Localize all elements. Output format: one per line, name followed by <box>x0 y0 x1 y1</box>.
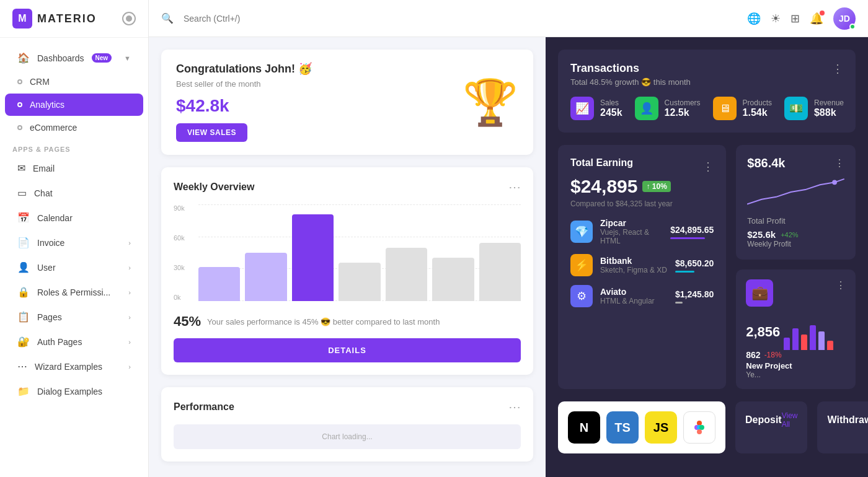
new-project-year-label: Ye... <box>746 370 846 379</box>
sidebar-item-analytics[interactable]: Analytics <box>5 94 143 116</box>
total-profit-chart-card: $86.4k ⋮ <box>736 145 856 260</box>
apps-pages-label: APPS & PAGES <box>0 139 148 155</box>
congrats-title: Congratulations John! 🥳 <box>176 62 518 76</box>
target-icon[interactable] <box>122 12 136 25</box>
view-sales-button[interactable]: VIEW SALES <box>176 123 247 142</box>
sidebar-item-invoice[interactable]: 📄 Invoice › <box>5 230 143 255</box>
logo-icon: M <box>12 9 32 28</box>
bitbank-name: Bitbank <box>600 256 668 266</box>
tech-logos-card: N TS JS <box>558 401 725 453</box>
nextjs-logo: N <box>568 411 600 444</box>
chart-bar <box>479 243 521 301</box>
theme-icon[interactable]: ☀ <box>771 12 781 25</box>
bitbank-logo: ⚡ <box>570 254 593 276</box>
total-earning-card: Total Earning ⋮ $24,895 ↑ 10% Compared t… <box>558 145 726 389</box>
weekly-menu-icon[interactable]: ⋯ <box>508 180 521 195</box>
sidebar-item-label: Dashboards <box>37 53 84 63</box>
weekly-overview-card: Weekly Overview ⋯ 90k 60k 30k 0k <box>161 167 533 375</box>
zipcar-logo: 💎 <box>570 221 593 243</box>
customers-label: Customers <box>665 98 701 107</box>
revenue-icon: 💵 <box>789 102 803 115</box>
transactions-grid: 📈 Sales 245k 👤 Customers 12. <box>570 97 843 120</box>
new-badge: New <box>92 53 112 63</box>
sidebar-item-wizard[interactable]: ⋯ Wizard Examples › <box>5 354 143 379</box>
avatar-status <box>849 24 856 30</box>
avatar[interactable]: JD <box>833 7 856 30</box>
search-input[interactable] <box>184 14 737 24</box>
performance-menu-icon[interactable]: ⋯ <box>508 400 521 414</box>
earning-list: 💎 Zipcar Vuejs, React & HTML $24,895.65 <box>570 218 714 307</box>
weekly-profit-change: +42% <box>781 231 798 239</box>
pages-icon: 📋 <box>17 311 30 323</box>
performance-placeholder: Chart loading... <box>322 432 372 441</box>
y-label: 90k <box>174 204 185 212</box>
sales-icon-box: 📈 <box>570 97 594 120</box>
email-icon: ✉ <box>17 162 25 174</box>
trending-up-icon: 📈 <box>575 102 589 115</box>
earning-compare: Compared to $84,325 last year <box>570 199 714 208</box>
sidebar-item-label: Analytics <box>30 100 64 110</box>
sidebar-item-label: Roles & Permissi... <box>37 287 110 297</box>
sidebar-item-dashboards[interactable]: 🏠 Dashboards New ▼ <box>5 46 143 70</box>
chart-y-labels: 90k 60k 30k 0k <box>174 204 185 301</box>
sidebar-item-user[interactable]: 👤 User › <box>5 255 143 279</box>
project-sub-value: 862 <box>746 350 760 360</box>
details-button[interactable]: DETAILS <box>174 338 521 362</box>
sidebar-item-label: eCommerce <box>30 123 77 133</box>
sidebar-item-roles[interactable]: 🔒 Roles & Permissi... › <box>5 280 143 304</box>
notification-icon[interactable]: 🔔 <box>810 12 823 25</box>
revenue-label: Revenue <box>814 98 844 107</box>
transaction-customers: 👤 Customers 12.5k <box>635 97 701 120</box>
chevron-right-icon: › <box>128 264 131 271</box>
svg-point-1 <box>697 421 702 426</box>
sidebar-item-dialog[interactable]: 📁 Dialog Examples <box>5 379 143 403</box>
revenue-icon-box: 💵 <box>784 97 808 120</box>
zipcar-amount: $24,895.65 <box>670 225 714 235</box>
transaction-sales: 📈 Sales 245k <box>570 97 622 120</box>
sidebar-item-chat[interactable]: ▭ Chat <box>5 181 143 205</box>
transactions-title: Transactions <box>570 62 691 75</box>
sidebar-item-calendar[interactable]: 📅 Calendar <box>5 206 143 230</box>
bitbank-amount: $8,650.20 <box>675 258 714 268</box>
sidebar-item-email[interactable]: ✉ Email <box>5 156 143 180</box>
weekly-profit-label: Weekly Profit <box>747 240 844 248</box>
earning-growth-badge: ↑ 10% <box>642 181 670 192</box>
products-value: 1.54k <box>743 107 772 118</box>
bitbank-tech: Sketch, Figma & XD <box>600 266 668 274</box>
transactions-menu-icon[interactable]: ⋮ <box>832 62 843 76</box>
bitbank-bar <box>675 271 694 273</box>
app-name: MATERIO <box>37 12 97 25</box>
profit-chart-menu-icon[interactable]: ⋮ <box>835 157 844 169</box>
sidebar-item-label: Wizard Examples <box>35 362 102 372</box>
products-icon-box: 🖥 <box>713 97 737 120</box>
zipcar-tech: Vuejs, React & HTML <box>600 228 663 245</box>
sidebar-item-label: Pages <box>37 312 62 322</box>
wizard-icon: ⋯ <box>17 361 27 372</box>
y-label: 30k <box>174 264 185 271</box>
sidebar-item-ecommerce[interactable]: eCommerce <box>5 116 143 139</box>
performance-card: Performance ⋯ Chart loading... <box>161 387 533 462</box>
zipcar-bar <box>670 237 705 239</box>
sidebar-item-crm[interactable]: CRM <box>5 71 143 93</box>
sidebar-item-pages[interactable]: 📋 Pages › <box>5 305 143 329</box>
sales-value: 245k <box>600 107 622 118</box>
revenue-value: $88k <box>814 107 844 118</box>
deposit-view-all[interactable]: View All <box>782 411 798 429</box>
grid-icon[interactable]: ⊞ <box>790 12 800 25</box>
typescript-logo: TS <box>606 411 639 444</box>
aviato-amount: $1,245.80 <box>675 289 714 299</box>
bottom-dark-row: N TS JS <box>558 401 856 453</box>
congrats-card: Congratulations John! 🥳 Best seller of t… <box>161 50 533 155</box>
new-project-menu-icon[interactable]: ⋮ <box>836 279 846 307</box>
sidebar-item-auth[interactable]: 🔐 Auth Pages › <box>5 330 143 354</box>
figma-logo <box>683 411 715 444</box>
earning-row: Total Earning ⋮ $24,895 ↑ 10% Compared t… <box>558 145 856 389</box>
earning-menu-icon[interactable]: ⋮ <box>702 160 714 173</box>
translate-icon[interactable]: 🌐 <box>747 12 761 25</box>
notification-dot <box>820 11 825 15</box>
chart-bar <box>432 258 474 301</box>
earning-amount: $24,895 ↑ 10% <box>570 176 714 197</box>
chart-bars-container <box>174 204 521 304</box>
sidebar-navigation: 🏠 Dashboards New ▼ CRM Analytics eCommer… <box>0 38 148 477</box>
transactions-subtitle: Total 48.5% growth 😎 this month <box>570 77 691 87</box>
